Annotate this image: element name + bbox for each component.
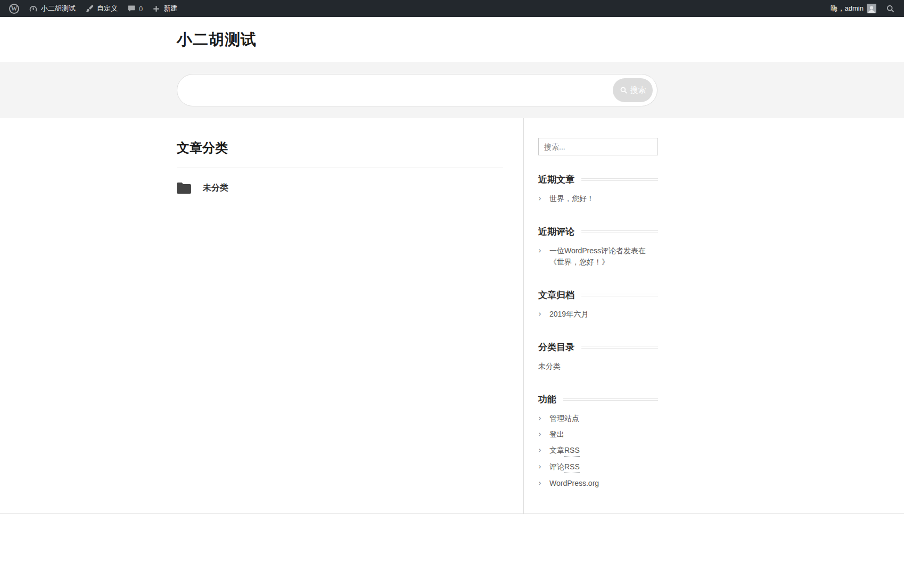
wordpress-org-link[interactable]: › WordPress.org <box>538 478 658 489</box>
widget-title-rule <box>581 178 658 181</box>
chevron-right-icon: › <box>538 445 549 456</box>
admin-search-button[interactable] <box>881 0 900 17</box>
primary-column: 文章分类 未分类 <box>0 118 523 514</box>
item-label[interactable]: 世界，您好！ <box>549 193 594 204</box>
site-admin-link[interactable]: › 管理站点 <box>538 413 658 424</box>
item-label[interactable]: 评论 <box>549 461 564 473</box>
hero-search-button[interactable]: 搜索 <box>613 78 653 102</box>
site-footer <box>0 514 904 587</box>
sidebar-inner: 近期文章 › 世界，您好！ 近期评论 › <box>538 138 658 489</box>
widget-archives: 文章归档 › 2019年六月 <box>538 289 658 320</box>
hero-search-band: 搜索 <box>0 62 904 118</box>
main-content: 文章分类 未分类 近期文章 › 世界，您好！ <box>0 118 904 514</box>
widget-title-rule <box>581 294 658 296</box>
heading-divider <box>177 168 503 168</box>
plus-icon <box>152 5 160 13</box>
widget-title: 分类目录 <box>538 341 574 353</box>
widget-meta: 功能 › 管理站点 › 登出 › 文章RSS <box>538 393 658 489</box>
widget-list: › 2019年六月 <box>538 309 658 320</box>
wordpress-logo-icon: W <box>9 4 19 14</box>
site-title[interactable]: 小二胡测试 <box>177 29 257 51</box>
chevron-right-icon: › <box>538 193 549 204</box>
sidebar: 近期文章 › 世界，您好！ 近期评论 › <box>523 118 904 514</box>
widget-title-rule <box>581 346 658 349</box>
recent-comment-link[interactable]: › 一位WordPress评论者发表在《世界，您好！》 <box>538 245 658 268</box>
search-icon <box>620 86 628 94</box>
greeting-label: 嗨，admin <box>831 4 864 13</box>
item-label[interactable]: 2019年六月 <box>549 309 588 320</box>
widget-title-row: 功能 <box>538 393 658 405</box>
item-label[interactable]: 管理站点 <box>549 413 579 424</box>
site-header: 小二胡测试 <box>0 17 904 62</box>
logout-link[interactable]: › 登出 <box>538 429 658 440</box>
chevron-right-icon: › <box>538 413 549 424</box>
category-item-uncategorized[interactable]: 未分类 <box>177 183 503 194</box>
widget-title-row: 近期文章 <box>538 173 658 186</box>
paintbrush-icon <box>85 4 94 13</box>
page-title: 文章分类 <box>177 139 503 156</box>
widget-title-row: 分类目录 <box>538 341 658 353</box>
comment-bubble-icon <box>127 4 136 13</box>
widget-title-row: 文章归档 <box>538 289 658 301</box>
wordpress-menu-button[interactable]: W <box>4 0 24 17</box>
customize-label: 自定义 <box>97 4 118 13</box>
my-account-menu[interactable]: 嗨，admin <box>826 0 881 17</box>
item-abbr[interactable]: RSS <box>564 445 580 457</box>
category-label[interactable]: 未分类 <box>203 183 228 194</box>
hero-search-form: 搜索 <box>177 74 658 106</box>
chevron-right-icon: › <box>538 429 549 440</box>
hero-search-input[interactable] <box>182 74 613 106</box>
widget-title-rule <box>563 398 658 401</box>
item-abbr[interactable]: RSS <box>564 461 580 473</box>
posts-rss-link[interactable]: › 文章RSS <box>538 445 658 457</box>
widget-list: 未分类 <box>538 361 658 372</box>
chevron-right-icon: › <box>538 478 549 489</box>
archive-link[interactable]: › 2019年六月 <box>538 309 658 320</box>
sidebar-search-input[interactable] <box>538 138 658 155</box>
admin-bar-right: 嗨，admin <box>826 0 900 17</box>
comments-rss-link[interactable]: › 评论RSS <box>538 461 658 473</box>
widget-title: 功能 <box>538 393 556 405</box>
item-label[interactable]: 文章 <box>549 445 564 456</box>
item-label[interactable]: 登出 <box>549 429 564 440</box>
customize-menu[interactable]: 自定义 <box>80 0 122 17</box>
widget-list: › 世界，您好！ <box>538 193 658 204</box>
widget-title: 近期评论 <box>538 226 574 238</box>
avatar <box>867 4 876 13</box>
comments-menu[interactable]: 0 <box>122 0 147 17</box>
item-label[interactable]: 一位WordPress评论者发表在《世界，您好！》 <box>549 245 658 268</box>
item-label[interactable]: 未分类 <box>538 361 561 372</box>
admin-bar-left: W 小二胡测试 自定义 0 新建 <box>4 0 182 17</box>
site-name-label: 小二胡测试 <box>41 4 76 13</box>
new-content-menu[interactable]: 新建 <box>147 0 182 17</box>
recent-post-link[interactable]: › 世界，您好！ <box>538 193 658 204</box>
item-label[interactable]: WordPress.org <box>549 478 599 489</box>
chevron-right-icon: › <box>538 461 549 473</box>
search-icon <box>886 4 895 13</box>
hero-search-button-label: 搜索 <box>630 85 646 95</box>
widget-title: 文章归档 <box>538 289 574 301</box>
widget-list: › 一位WordPress评论者发表在《世界，您好！》 <box>538 245 658 268</box>
chevron-right-icon: › <box>538 309 549 320</box>
widget-categories: 分类目录 未分类 <box>538 341 658 372</box>
site-name-menu[interactable]: 小二胡测试 <box>24 0 80 17</box>
widget-recent-comments: 近期评论 › 一位WordPress评论者发表在《世界，您好！》 <box>538 226 658 268</box>
widget-title: 近期文章 <box>538 173 574 186</box>
chevron-right-icon: › <box>538 245 549 256</box>
folder-icon <box>177 183 191 194</box>
widget-recent-posts: 近期文章 › 世界，您好！ <box>538 173 658 204</box>
widget-title-rule <box>581 230 658 233</box>
new-label: 新建 <box>163 4 177 13</box>
widget-title-row: 近期评论 <box>538 226 658 238</box>
widget-list: › 管理站点 › 登出 › 文章RSS › 评论RSS <box>538 413 658 489</box>
comment-count: 0 <box>139 5 143 13</box>
dashboard-icon <box>29 4 38 13</box>
admin-bar: W 小二胡测试 自定义 0 新建 嗨，adm <box>0 0 904 17</box>
category-link[interactable]: 未分类 <box>538 361 658 372</box>
